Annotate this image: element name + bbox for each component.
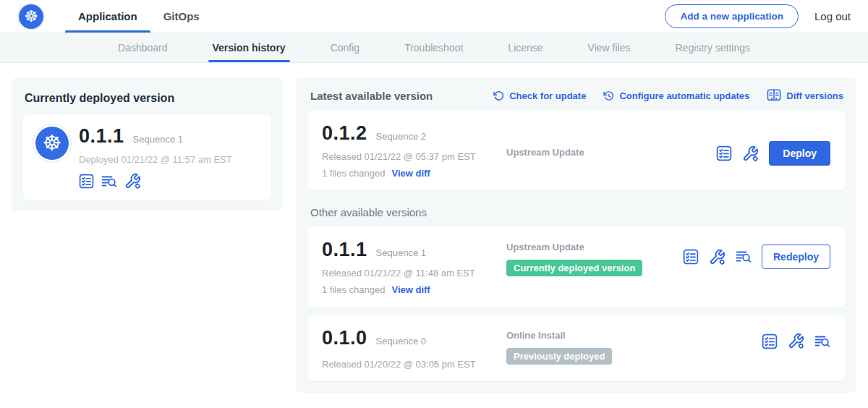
files-changed-label: 1 files changed [322, 168, 385, 179]
version-number: 0.1.2 [322, 122, 367, 145]
preflight-checks-icon[interactable] [762, 333, 778, 349]
currently-deployed-panel: Currently deployed version ☸ 0.1.1 Seque… [12, 77, 283, 211]
logout-button[interactable]: Log out [814, 10, 851, 22]
version-source-label: Upstream Update [506, 242, 683, 252]
edit-config-icon[interactable] [709, 249, 726, 265]
currently-deployed-title: Currently deployed version [25, 92, 270, 105]
subnav-tab-license[interactable]: License [506, 33, 544, 62]
deployed-version-card: ☸ 0.1.1 Sequence 1 Deployed 01/21/22 @ 1… [23, 115, 271, 200]
check-for-update-link[interactable]: Check for update [493, 90, 586, 101]
latest-available-title: Latest available version [310, 90, 433, 102]
subnav-tab-config[interactable]: Config [329, 33, 361, 62]
view-diff-link[interactable]: View diff [391, 168, 430, 179]
subnav-tab-config-label: Config [331, 42, 359, 54]
clock-refresh-icon [603, 90, 614, 101]
released-timestamp: Released 01/20/22 @ 03:05 pm EST [322, 359, 506, 370]
files-changed-label: 1 files changed [322, 284, 385, 295]
tab-gitops-label: GitOps [163, 10, 200, 22]
edit-config-icon[interactable] [124, 173, 141, 190]
active-tab-underline [65, 30, 150, 33]
sequence-label: Sequence 2 [376, 131, 426, 142]
configure-automatic-updates-link[interactable]: Configure automatic updates [603, 90, 749, 101]
check-for-update-label: Check for update [509, 90, 586, 101]
sequence-label: Sequence 0 [376, 336, 426, 347]
released-timestamp: Released 01/21/22 @ 11:48 am EST [322, 268, 506, 279]
app-subnav: Dashboard Version history Config Trouble… [0, 33, 868, 63]
other-available-versions-title: Other available versions [310, 206, 845, 218]
tab-gitops[interactable]: GitOps [150, 0, 213, 33]
main-content: Currently deployed version ☸ 0.1.1 Seque… [0, 63, 868, 407]
currently-deployed-badge: Currently deployed version [506, 260, 642, 276]
version-card-0-1-2: 0.1.2 Sequence 2 Released 01/21/22 @ 05:… [307, 111, 845, 190]
previously-deployed-badge: Previously deployed [506, 348, 612, 365]
edit-config-icon[interactable] [788, 333, 804, 349]
circular-refresh-icon [493, 90, 504, 101]
subnav-tab-registry-settings[interactable]: Registry settings [674, 33, 752, 62]
active-subnav-underline [208, 60, 290, 62]
deployed-version-number: 0.1.1 [79, 125, 124, 148]
subnav-tab-dashboard[interactable]: Dashboard [116, 33, 169, 62]
preflight-checks-icon[interactable] [79, 174, 94, 189]
version-number: 0.1.0 [322, 327, 367, 349]
diff-versions-label: Diff versions [786, 90, 843, 101]
version-history-panel: Latest available version Check for updat… [296, 77, 856, 393]
deployed-timestamp: Deployed 01/21/22 @ 11:57 am EST [79, 154, 232, 165]
deployed-sequence-label: Sequence 1 [133, 134, 183, 145]
deploy-logs-icon[interactable] [814, 334, 830, 349]
version-number: 0.1.1 [322, 239, 367, 261]
edit-config-icon[interactable] [742, 145, 759, 162]
configure-automatic-updates-label: Configure automatic updates [619, 90, 749, 101]
released-timestamp: Released 01/21/22 @ 05:37 pm EST [322, 151, 506, 162]
sequence-label: Sequence 1 [376, 247, 426, 258]
subnav-tab-dashboard-label: Dashboard [118, 42, 168, 54]
subnav-tab-troubleshoot-label: Troubleshoot [404, 42, 463, 54]
deploy-logs-icon[interactable] [736, 250, 752, 264]
subnav-tab-view-files-label: View files [588, 42, 631, 54]
diff-versions-link[interactable]: Diff versions [767, 89, 843, 102]
subnav-tab-version-history[interactable]: Version history [211, 33, 287, 62]
top-header: ☸ Application GitOps Add a new applicati… [0, 0, 868, 33]
version-source-label: Online Install [506, 330, 762, 341]
deploy-button[interactable]: Deploy [769, 141, 830, 166]
preflight-checks-icon[interactable] [716, 145, 732, 161]
kubernetes-logo-icon: ☸ [19, 4, 43, 29]
diff-columns-icon [767, 89, 781, 102]
view-diff-link[interactable]: View diff [391, 284, 430, 295]
redeploy-button[interactable]: Redeploy [762, 245, 830, 269]
app-logo-wrap: ☸ [19, 0, 43, 33]
version-card-0-1-1: 0.1.1 Sequence 1 Released 01/21/22 @ 11:… [307, 227, 845, 307]
tab-application-label: Application [78, 10, 137, 22]
app-level-tabs: Application GitOps [65, 0, 213, 33]
subnav-tab-version-history-label: Version history [213, 42, 286, 54]
deploy-logs-icon[interactable] [101, 174, 117, 189]
version-card-0-1-0: 0.1.0 Sequence 0 Released 01/20/22 @ 03:… [307, 315, 845, 381]
header-right: Add a new application Log out [665, 0, 851, 33]
subnav-tab-view-files[interactable]: View files [587, 33, 632, 62]
subnav-tab-license-label: License [508, 42, 542, 54]
kubernetes-app-icon: ☸ [35, 127, 69, 160]
tab-application[interactable]: Application [65, 0, 150, 33]
subnav-tab-troubleshoot[interactable]: Troubleshoot [403, 33, 464, 62]
add-new-application-button[interactable]: Add a new application [665, 4, 799, 28]
preflight-checks-icon[interactable] [683, 249, 699, 265]
subnav-tab-registry-settings-label: Registry settings [676, 42, 750, 54]
version-source-label: Upstream Update [506, 147, 716, 158]
